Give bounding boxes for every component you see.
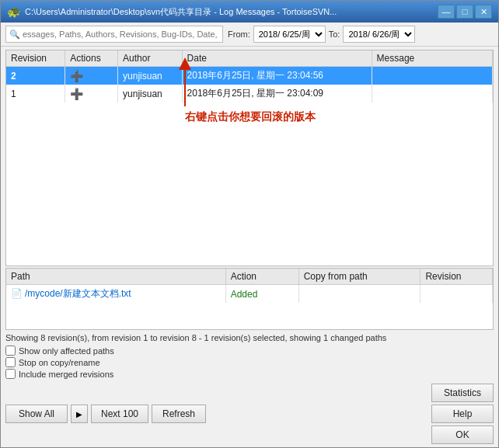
path-row-action: Added [225, 285, 298, 304]
bottom-left-buttons: Show All ▶ Next 100 Refresh [5, 405, 206, 423]
log-row-author: yunjisuan [118, 67, 182, 85]
search-input[interactable] [23, 30, 219, 39]
path-col-copy: Copy from path [298, 269, 420, 285]
window-title: C:\Users\Administrator\Desktop\svn代码共享目录… [25, 6, 337, 18]
path-col-action: Action [225, 269, 298, 285]
show-affected-checkbox[interactable] [5, 346, 16, 356]
path-link[interactable]: /mycode/新建文本文档.txt [25, 288, 131, 299]
stop-copy-checkbox[interactable] [5, 357, 16, 367]
annotation-text: 右键点击你想要回滚的版本 [185, 110, 316, 124]
path-col-path: Path [6, 269, 225, 285]
log-table: Revision Actions Author Date Message 2➕y… [6, 50, 493, 102]
main-window: 🐢 C:\Users\Administrator\Desktop\svn代码共享… [0, 0, 499, 448]
to-date-select[interactable]: 2018/ 6/26/周 [343, 26, 415, 43]
col-revision: Revision [6, 50, 65, 67]
log-row-revision: 2 [6, 67, 65, 85]
log-row-date: 2018年6月25日, 星期一 23:04:09 [182, 85, 372, 102]
show-all-button[interactable]: Show All [5, 405, 68, 423]
log-row-revision: 1 [6, 85, 65, 102]
toolbar: 🔍 From: 2018/ 6/25/周 To: 2018/ 6/26/周 [1, 23, 498, 47]
path-panel: Path Action Copy from path Revision 📄/my… [5, 268, 494, 330]
log-table-row[interactable]: 2➕yunjisuan2018年6月25日, 星期一 23:04:56 [6, 67, 493, 85]
help-button[interactable]: Help [431, 405, 494, 423]
app-icon: 🐢 [7, 5, 20, 18]
show-affected-checkbox-row[interactable]: Show only affected paths [5, 346, 494, 356]
path-row-revision [420, 285, 493, 304]
include-merged-label: Include merged revisions [19, 370, 113, 379]
stop-copy-checkbox-row[interactable]: Stop on copy/rename [5, 357, 494, 367]
path-col-revision: Revision [420, 269, 493, 285]
log-table-row[interactable]: 1➕yunjisuan2018年6月25日, 星期一 23:04:09 [6, 85, 493, 102]
log-table-body: 2➕yunjisuan2018年6月25日, 星期一 23:04:561➕yun… [6, 67, 493, 103]
col-author: Author [118, 50, 182, 67]
col-actions: Actions [65, 50, 118, 67]
log-row-message [372, 67, 492, 85]
minimize-button[interactable]: — [438, 5, 455, 19]
path-table-row: 📄/mycode/新建文本文档.txtAdded [6, 285, 493, 304]
stop-copy-label: Stop on copy/rename [19, 358, 100, 367]
title-bar-left: 🐢 C:\Users\Administrator\Desktop\svn代码共享… [7, 5, 337, 18]
statistics-button[interactable]: Statistics [431, 384, 494, 402]
col-message: Message [372, 50, 492, 67]
include-merged-checkbox-row[interactable]: Include merged revisions [5, 369, 494, 379]
refresh-button[interactable]: Refresh [152, 405, 206, 423]
log-row-action: ➕ [65, 67, 118, 85]
path-table: Path Action Copy from path Revision 📄/my… [6, 269, 493, 303]
next-100-button[interactable]: Next 100 [91, 405, 148, 423]
path-row-path[interactable]: 📄/mycode/新建文本文档.txt [6, 285, 225, 304]
log-row-date: 2018年6月25日, 星期一 23:04:56 [182, 67, 372, 85]
from-date-select[interactable]: 2018/ 6/25/周 [253, 26, 326, 43]
show-affected-label: Show only affected paths [19, 346, 114, 356]
checkboxes-area: Show only affected paths Stop on copy/re… [5, 346, 494, 379]
from-label: From: [228, 30, 250, 39]
to-label: To: [329, 30, 340, 39]
main-content: Revision Actions Author Date Message 2➕y… [1, 47, 498, 447]
path-table-header: Path Action Copy from path Revision [6, 269, 493, 285]
title-bar-controls: — □ ✕ [438, 5, 492, 19]
action-add-icon: ➕ [70, 70, 83, 82]
close-button[interactable]: ✕ [475, 5, 492, 19]
action-add-icon: ➕ [70, 88, 83, 100]
ok-button[interactable]: OK [431, 425, 494, 444]
col-date: Date [182, 50, 372, 67]
bottom-right-buttons: Statistics Help OK [431, 384, 494, 444]
log-row-action: ➕ [65, 85, 118, 102]
show-all-arrow[interactable]: ▶ [71, 405, 88, 423]
date-range-group: From: 2018/ 6/25/周 To: 2018/ 6/26/周 [228, 26, 415, 43]
title-bar: 🐢 C:\Users\Administrator\Desktop\svn代码共享… [1, 1, 498, 23]
status-bar: Showing 8 revision(s), from revision 1 t… [5, 332, 494, 344]
file-icon: 📄 [11, 288, 23, 299]
bottom-bar: Show All ▶ Next 100 Refresh Statistics H… [1, 380, 498, 447]
log-table-header: Revision Actions Author Date Message [6, 50, 493, 67]
search-icon: 🔍 [9, 30, 20, 40]
log-row-message [372, 85, 492, 102]
path-row-copy [298, 285, 420, 304]
maximize-button[interactable]: □ [456, 5, 473, 19]
include-merged-checkbox[interactable] [5, 369, 16, 379]
log-table-area: Revision Actions Author Date Message 2➕y… [5, 50, 494, 266]
path-table-body: 📄/mycode/新建文本文档.txtAdded [6, 285, 493, 304]
search-box[interactable]: 🔍 [5, 26, 223, 43]
log-row-author: yunjisuan [118, 85, 182, 102]
